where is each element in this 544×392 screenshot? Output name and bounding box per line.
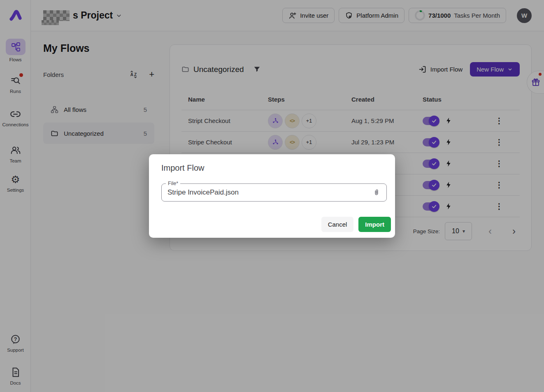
import-flow-modal: Import Flow File* Stripe InvoicePaid.jso… — [149, 154, 395, 238]
import-button[interactable]: Import — [358, 217, 391, 232]
paperclip-icon[interactable] — [372, 188, 381, 197]
modal-title: Import Flow — [161, 163, 383, 173]
file-input[interactable]: File* Stripe InvoicePaid.json — [161, 183, 387, 202]
file-field-value: Stripe InvoicePaid.json — [167, 188, 372, 197]
cancel-button[interactable]: Cancel — [321, 217, 354, 232]
file-field-label: File* — [166, 181, 180, 186]
